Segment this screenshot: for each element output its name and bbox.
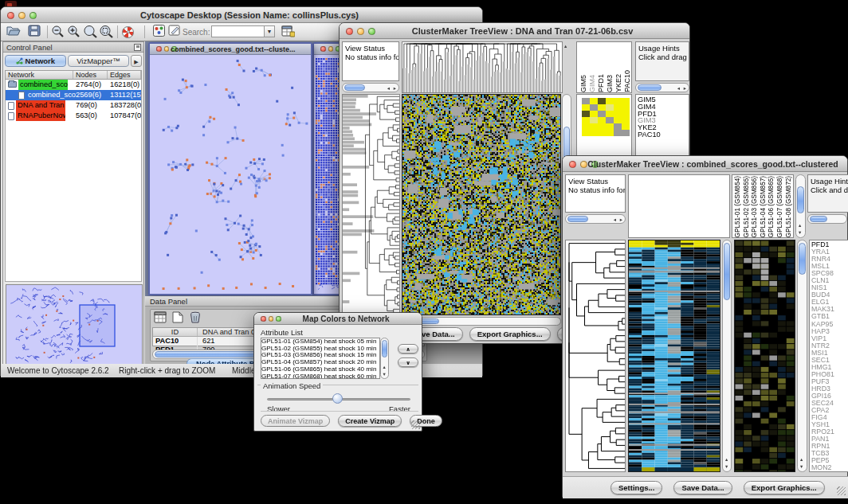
column-labels-scrollbar[interactable]: ▴▾ [795,174,806,238]
column-dendrogram-canvas[interactable] [402,42,562,92]
column-header-edges[interactable]: Edges [108,71,141,79]
matrix-cell[interactable] [598,98,606,104]
tab-network[interactable]: Network [5,55,66,67]
gene-label[interactable]: PAC10 [636,131,689,139]
matrix-cell[interactable] [582,98,590,104]
search-combo[interactable]: ▼ [211,25,275,37]
matrix-cell[interactable] [590,123,598,130]
heatmap-panel[interactable] [402,94,561,315]
resize-grip[interactable] [411,420,420,429]
move-up-button[interactable]: ∧ [398,344,418,354]
matrix-cell[interactable] [598,117,606,123]
column-dendrogram-panel[interactable] [402,41,563,93]
column-label[interactable]: YKE2 [614,74,623,92]
network-tree-row[interactable]: RNAPuberNov2+563(0)107847(0) [6,111,141,121]
resize-grip[interactable] [837,486,846,495]
column-label[interactable]: GPL51-01 (GSM854) [734,176,743,237]
dialog-titlebar[interactable]: Map Colors to Network [254,313,422,325]
search-input[interactable] [213,27,264,36]
network-tree-row[interactable]: DNA and Tran 07769(0)183728(0) [6,100,141,111]
attribute-list[interactable]: GPL51-01 (GSM854) heat shock 05 minGPL51… [261,338,380,379]
animate-vizmap-button[interactable]: Animate Vizmap [261,415,330,427]
minimize-button[interactable] [269,316,274,322]
matrix-cell[interactable] [614,111,622,117]
column-tree-panel[interactable] [628,174,730,238]
selected-vscrollbar[interactable]: ▴▾ [797,240,807,472]
minimize-button[interactable] [164,46,170,52]
matrix-cell[interactable] [606,104,614,111]
zoom-in-icon[interactable] [66,25,82,39]
import-table-icon[interactable] [280,25,296,39]
matrix-cell[interactable] [598,130,606,136]
matrix-cell[interactable] [622,123,630,130]
column-label[interactable]: PAC10 [623,70,632,92]
view-status-scrollbar[interactable]: ◂▸ [342,83,399,92]
attribute-list-item[interactable]: GPL51-07 (GSM868) heat shock 60 min [261,373,379,379]
correlation-matrix[interactable] [582,98,630,136]
matrix-cell[interactable] [590,111,598,117]
matrix-cell[interactable] [598,123,606,130]
heatmap-vscrollbar[interactable]: ▴▾ [722,240,732,472]
row-dendrogram-canvas[interactable] [566,240,625,471]
save-icon[interactable] [26,25,42,39]
row-dendrogram-panel[interactable] [342,94,400,315]
heatmap-canvas[interactable] [629,240,720,471]
column-label[interactable]: PFD1 [597,74,606,92]
delete-attribute-icon[interactable] [188,311,202,325]
column-label[interactable]: GIM3 [606,75,614,92]
selected-heatmap-canvas[interactable] [735,240,795,471]
column-label[interactable]: GIM5 [579,75,588,92]
column-header-network[interactable]: Network [6,71,73,79]
attribute-list-scrollbar[interactable]: ▴▾ [380,338,389,379]
heatmap-canvas[interactable] [402,95,560,315]
matrix-cell[interactable] [582,130,590,136]
attribute-select-icon[interactable] [153,311,167,325]
zoom-fit-icon[interactable] [98,25,114,39]
help-lifesaver-icon[interactable] [122,25,138,39]
matrix-cell[interactable] [582,117,590,123]
matrix-cell[interactable] [606,117,614,123]
matrix-cell[interactable] [606,123,614,130]
matrix-cell[interactable] [582,123,590,130]
matrix-cell[interactable] [614,130,622,136]
matrix-cell[interactable] [606,111,614,117]
column-header-nodes[interactable]: Nodes [73,71,108,79]
matrix-cell[interactable] [606,98,614,104]
search-dropdown-arrow[interactable]: ▼ [264,26,274,37]
move-down-button[interactable]: ∨ [398,357,418,367]
new-attribute-icon[interactable] [171,311,184,325]
usage-hints-scrollbar[interactable]: ◂▸ [635,83,689,92]
birdseye-canvas[interactable] [6,285,142,367]
matrix-cell[interactable] [582,111,590,117]
animation-speed-slider-knob[interactable] [332,393,343,404]
close-button[interactable] [569,161,576,168]
matrix-cell[interactable] [622,117,630,123]
matrix-cell[interactable] [622,111,630,117]
matrix-cell[interactable] [606,130,614,136]
tabs-overflow-button[interactable]: ▶ [131,55,142,67]
matrix-cell[interactable] [614,117,622,123]
network-window-main[interactable]: combined_scores_good.txt--cluste... [148,42,312,295]
matrix-cell[interactable] [590,104,598,111]
annotation-icon[interactable] [167,25,183,39]
column-label[interactable]: GPL51-03 (GSM856) [751,176,760,237]
column-label[interactable]: GIM4 [588,75,597,92]
usage-hints-scrollbar[interactable] [807,214,847,224]
column-label[interactable]: GPL51-04 (GSM857) [760,176,768,237]
network-window-titlebar[interactable]: combined_scores_good.txt--cluste... [150,44,311,55]
vizmapper-palette-icon[interactable] [151,25,167,39]
save-data-button[interactable]: Save Data... [673,481,732,494]
open-folder-icon[interactable] [6,25,22,39]
close-button[interactable] [320,46,326,52]
matrix-cell[interactable] [598,104,606,111]
matrix-cell[interactable] [590,98,598,104]
column-label[interactable]: GPL51-07 (GSM868) [776,176,785,237]
network-tree-row[interactable]: combined_scores2764(0)16218(0) [6,80,141,90]
matrix-cell[interactable] [622,98,630,104]
column-label[interactable]: GPL51-06 (GSM865) [768,176,776,237]
row-dendrogram-canvas[interactable] [343,95,399,315]
row-dendrogram-panel[interactable] [565,240,626,472]
treeview2-titlebar[interactable]: ClusterMaker TreeView : combined_scores_… [563,156,847,172]
matrix-cell[interactable] [622,130,630,136]
gene-labels-panel[interactable]: PFD1YRA1RNR4MSL1SPC98CLN1NIS1BUD4ELG1MAK… [809,240,848,472]
